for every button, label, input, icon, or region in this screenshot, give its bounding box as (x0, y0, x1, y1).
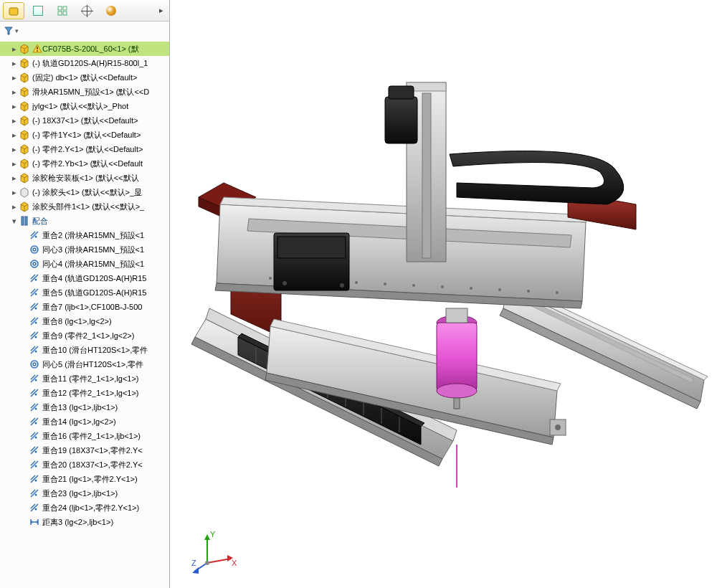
concentric-icon (29, 244, 40, 255)
tree-node[interactable]: 重合12 (零件2_1<1>,lg<1>) (0, 386, 169, 400)
tree-node[interactable]: ▸(-) 18X37<1> (默认<<Default> (0, 113, 169, 128)
tree-node-label: 滑块AR15MN_預設<1> (默认<<D (32, 87, 149, 98)
coincident-icon (29, 387, 40, 399)
funnel-icon[interactable] (4, 27, 13, 35)
assembly-icon (19, 158, 30, 169)
tree-node[interactable]: 重合24 (ljb<1>,零件2.Y<1>) (0, 501, 169, 515)
tree-node[interactable]: ▸(-) 零件2.Y<1> (默认<<Default> (0, 142, 169, 156)
warning-icon (32, 44, 42, 54)
svg-point-65 (35, 336, 37, 338)
expander-icon[interactable]: ▸ (10, 131, 19, 140)
tree-node[interactable]: 重合4 (轨道GD120S-A(H)R15 (0, 271, 169, 285)
tree-node[interactable]: 重合8 (lg<1>,lg<2>) (0, 314, 169, 328)
z-carriage (274, 233, 349, 290)
tree-node[interactable]: ▸滑块AR15MN_預設<1> (默认<<D (0, 85, 169, 99)
tree-node-label: 涂胶头部件1<1> (默认<<默认>_ (32, 201, 144, 212)
expander-icon[interactable]: ▸ (10, 87, 19, 97)
tree-node-label: 重合21 (lg<1>,零件2.Y<1>) (42, 474, 138, 485)
svg-point-169 (205, 561, 209, 565)
tab-dimxpert[interactable] (76, 2, 98, 19)
concentric-icon (29, 359, 40, 370)
tree-node[interactable]: 重合7 (ljb<1>,CF100B-J-500 (0, 300, 169, 314)
tree-node[interactable]: ▸涂胶枪安装板<1> (默认<<默认 (0, 171, 169, 185)
concentric-icon (29, 258, 40, 270)
tree-node[interactable]: ▸CF075B-S-200L_60<1> (默 (0, 42, 169, 56)
svg-point-70 (33, 363, 36, 366)
tree-node[interactable]: 同心5 (滑台HT120S<1>,零件 (0, 357, 169, 371)
coincident-icon (29, 459, 40, 470)
assembly-icon (19, 115, 30, 126)
tab-feature-tree[interactable] (3, 2, 24, 19)
svg-rect-143 (385, 97, 417, 143)
assembly-icon (19, 86, 30, 98)
crosshair-icon (82, 6, 92, 16)
tree-node-label: (-) 零件1Y<1> (默认<<Default> (32, 130, 141, 141)
expander-icon[interactable]: ▸ (10, 116, 19, 125)
tree-node[interactable]: ▸(-) 涂胶头<1> (默认<<默认>_显 (0, 185, 169, 199)
tree-node-label: 重合11 (零件2_1<1>,lg<1>) (42, 374, 139, 384)
expander-icon[interactable]: ▸ (10, 159, 19, 169)
assembly-icon (19, 72, 30, 83)
expander-icon[interactable]: ▾ (10, 217, 19, 226)
tab-property-manager[interactable] (27, 2, 49, 19)
assembly-icon (19, 129, 30, 141)
svg-point-137 (498, 288, 501, 291)
expander-icon[interactable]: ▸ (10, 73, 19, 82)
matefolder-icon (19, 215, 30, 227)
expander-icon[interactable]: ▸ (10, 44, 19, 54)
tree-node[interactable]: 重合5 (轨道GD120S-A(H)R15 (0, 285, 169, 300)
tree-node[interactable]: 重合10 (滑台HT120S<1>,零件 (0, 343, 169, 357)
svg-point-91 (35, 465, 37, 468)
tree-node-label: (-) 零件2.Y<1> (默认<<Default> (32, 144, 143, 155)
model-scene (170, 0, 717, 588)
tree-node[interactable]: ▾配合 (0, 214, 169, 228)
svg-rect-146 (277, 237, 346, 258)
tree-node[interactable]: ▸涂胶头部件1<1> (默认<<默认>_ (0, 199, 169, 214)
tree-node[interactable]: 重合19 (18X37<1>,零件2.Y< (0, 443, 169, 457)
tree-node[interactable]: ▸(固定) db<1> (默认<<Default> (0, 70, 169, 85)
tree-node[interactable]: 重合13 (lg<1>,ljb<1>) (0, 400, 169, 414)
svg-marker-5 (5, 27, 12, 34)
tree-node[interactable]: 距离3 (lg<2>,ljb<1>) (0, 515, 169, 529)
tree-node[interactable]: ▸jylg<1> (默认<<默认>_Phot (0, 99, 169, 113)
svg-point-11 (37, 50, 38, 52)
tree-node[interactable]: 重合16 (零件2_1<1>,ljb<1>) (0, 429, 169, 443)
svg-point-156 (437, 384, 477, 398)
svg-rect-155 (437, 323, 477, 391)
tree-node[interactable]: 同心4 (滑块AR15MN_預設<1 (0, 257, 169, 271)
tree-node-label: 重合4 (轨道GD120S-A(H)R15 (42, 273, 146, 284)
filter-dropdown-icon[interactable]: ▾ (15, 27, 19, 34)
tree-node[interactable]: 同心3 (滑块AR15MN_預設<1 (0, 242, 169, 257)
svg-point-97 (35, 494, 37, 496)
tree-node[interactable]: ▸(-) 零件2.Yb<1> (默认<<Default (0, 156, 169, 171)
tree-node[interactable]: 重合11 (零件2_1<1>,lg<1>) (0, 371, 169, 386)
feature-tree[interactable]: ▸CF075B-S-200L_60<1> (默▸(-) 轨道GD120S-A(H… (0, 40, 169, 588)
tree-node-label: (-) 涂胶头<1> (默认<<默认>_显 (32, 187, 142, 198)
expander-icon[interactable]: ▸ (10, 59, 19, 68)
svg-point-88 (35, 451, 37, 453)
graphics-viewport[interactable]: Y X Z (170, 0, 717, 588)
expander-icon[interactable]: ▸ (10, 188, 19, 197)
tree-node[interactable]: 重合21 (lg<1>,零件2.Y<1>) (0, 472, 169, 486)
tree-node-label: (-) 轨道GD120S-A(H)R15-800l_1 (32, 58, 148, 69)
tab-configuration[interactable] (52, 2, 73, 19)
assembly-icon (19, 143, 30, 155)
tree-node[interactable]: 重合9 (零件2_1<1>,lg<2>) (0, 328, 169, 343)
tree-node[interactable]: ▸(-) 轨道GD120S-A(H)R15-800l_1 (0, 56, 169, 70)
tree-node[interactable]: 重合20 (18X37<1>,零件2.Y< (0, 457, 169, 472)
expander-icon[interactable]: ▸ (10, 102, 19, 111)
expander-icon[interactable]: ▸ (10, 174, 19, 183)
panel-expand-chevron-icon[interactable]: ▸ (156, 2, 166, 19)
tree-node[interactable]: 重合23 (lg<1>,ljb<1>) (0, 486, 169, 501)
expander-icon[interactable]: ▸ (10, 145, 19, 154)
orientation-triad[interactable]: Y X Z (191, 528, 238, 575)
tab-appearances[interactable] (100, 2, 122, 19)
svg-point-59 (35, 308, 37, 310)
svg-point-135 (441, 285, 444, 288)
svg-marker-161 (204, 534, 210, 540)
tree-node[interactable]: 重合2 (滑块AR15MN_預設<1 (0, 228, 169, 242)
tree-node[interactable]: 重合14 (lg<1>,lg<2>) (0, 414, 169, 429)
expander-icon[interactable]: ▸ (10, 202, 19, 212)
x-axis-rail (215, 197, 589, 308)
tree-node[interactable]: ▸(-) 零件1Y<1> (默认<<Default> (0, 128, 169, 142)
